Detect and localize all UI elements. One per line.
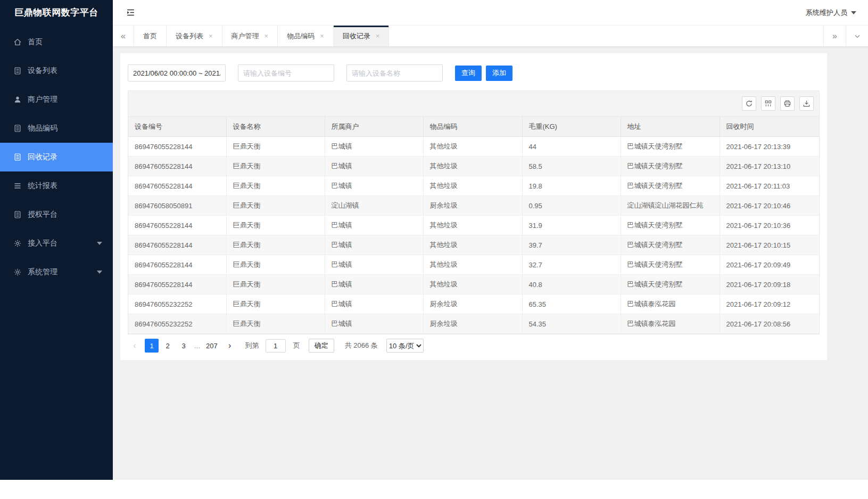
sidebar-item-device-list[interactable]: 设备列表 (0, 56, 113, 85)
table-cell: 其他垃圾 (423, 275, 522, 295)
table-cell: 巨鼎天衡 (226, 235, 325, 255)
tab-close-icon[interactable]: × (264, 32, 269, 40)
next-page-icon[interactable]: › (223, 339, 237, 353)
table-cell: 巴城镇天使湾别墅 (621, 137, 720, 157)
sidebar-item-label: 授权平台 (28, 210, 57, 219)
sidebar-item-recycle-records[interactable]: 回收记录 (0, 143, 113, 171)
prev-page-icon[interactable]: ‹ (128, 339, 142, 353)
tab-close-icon[interactable]: × (320, 32, 324, 40)
page-button-207[interactable]: 207 (204, 339, 220, 353)
table-cell: 其他垃圾 (423, 216, 522, 235)
tabs-strip: 首页设备列表×商户管理×物品编码×回收记录× (134, 26, 389, 46)
table-cell: 巴城镇 (325, 314, 423, 334)
app-title: 巨鼎物联网数字平台 (0, 0, 113, 26)
confirm-page-button[interactable]: 确定 (309, 339, 334, 353)
print-button[interactable] (780, 96, 795, 111)
tab-item-code[interactable]: 物品编码× (278, 26, 334, 46)
column-header: 回收时间 (720, 117, 819, 137)
columns-button[interactable] (761, 96, 775, 111)
export-icon (803, 100, 811, 108)
table-cell: 其他垃圾 (423, 157, 522, 176)
tab-home[interactable]: 首页 (134, 26, 167, 46)
table-cell: 巴城镇 (325, 176, 423, 196)
doc-icon (13, 210, 22, 219)
tab-bar-controls: » (823, 26, 868, 46)
filter-bar: 查询 添加 (120, 53, 827, 91)
table-cell: 2021-06-17 20:13:39 (720, 137, 819, 157)
table-cell: 巴城镇 (325, 295, 423, 314)
sidebar-collapse-button[interactable] (126, 7, 136, 18)
recycle-records-panel: 查询 添加 设备编号设备名称所属商户物品编码毛重(KG)地址回收时间 86947… (120, 53, 827, 360)
tab-merchant[interactable]: 商户管理× (222, 26, 278, 46)
page-button-3[interactable]: 3 (177, 339, 191, 353)
column-header: 所属商户 (325, 117, 423, 137)
table-row: 869476055232252巨鼎天衡巴城镇厨余垃圾65.35巴城镇泰泓花园20… (128, 295, 819, 314)
table-cell: 58.5 (522, 157, 621, 176)
add-button[interactable]: 添加 (486, 66, 512, 81)
doc-icon (13, 153, 22, 161)
chevron-down-icon (851, 11, 856, 14)
table-row: 869476055228144巨鼎天衡巴城镇其他垃圾19.8巴城镇天使湾别墅20… (128, 176, 819, 196)
date-range-input[interactable] (128, 64, 226, 81)
sidebar-item-merchant-management[interactable]: 商户管理 (0, 85, 113, 114)
table-cell: 巴城镇 (325, 157, 423, 176)
sidebar-item-item-code[interactable]: 物品编码 (0, 114, 113, 143)
page-size-select[interactable]: 10 条/页 (386, 339, 424, 353)
total-count-label: 共 2066 条 (345, 341, 378, 350)
export-button[interactable] (799, 96, 814, 111)
user-menu[interactable]: 系统维护人员 (806, 8, 856, 18)
table-row: 869476055228144巨鼎天衡巴城镇其他垃圾58.5巴城镇天使湾别墅20… (128, 157, 819, 176)
table-cell: 淀山湖镇淀山湖花园仁苑 (621, 196, 720, 216)
goto-page-suffix: 页 (293, 341, 300, 350)
table-cell: 2021-06-17 20:11:03 (720, 176, 819, 196)
tab-recycle-records[interactable]: 回收记录× (334, 26, 390, 46)
table-cell: 44 (522, 137, 621, 157)
table-cell: 巴城镇泰泓花园 (621, 295, 720, 314)
table-cell: 869476055228144 (128, 157, 226, 176)
gear-icon (13, 268, 22, 276)
device-name-input[interactable] (346, 64, 443, 81)
chevron-down-icon (97, 271, 102, 274)
doc-icon (13, 67, 22, 75)
table-cell: 2021-06-17 20:09:49 (720, 255, 819, 275)
content-area: 查询 添加 设备编号设备名称所属商户物品编码毛重(KG)地址回收时间 86947… (113, 47, 868, 480)
table-cell: 2021-06-17 20:13:10 (720, 157, 819, 176)
refresh-button[interactable] (742, 96, 756, 111)
page-button-2[interactable]: 2 (161, 339, 175, 353)
page-number-buttons: 123…207 (145, 339, 220, 353)
table-cell: 巨鼎天衡 (226, 314, 325, 334)
table-cell: 其他垃圾 (423, 235, 522, 255)
sidebar-item-system-management[interactable]: 系统管理 (0, 258, 113, 287)
tabs-menu-chevron-icon[interactable] (846, 26, 868, 46)
tabs-scroll-left-icon[interactable]: « (113, 26, 134, 46)
table-cell: 巴城镇天使湾别墅 (621, 216, 720, 235)
sidebar-item-home[interactable]: 首页 (0, 28, 113, 56)
tab-close-icon[interactable]: × (376, 32, 380, 40)
column-header: 设备名称 (226, 117, 325, 137)
tab-device-list[interactable]: 设备列表× (167, 26, 222, 46)
print-icon (783, 100, 791, 108)
sidebar: 巨鼎物联网数字平台 首页设备列表商户管理物品编码回收记录统计报表授权平台接入平台… (0, 0, 113, 480)
table-cell: 巨鼎天衡 (226, 255, 325, 275)
sidebar-item-access-platform[interactable]: 接入平台 (0, 229, 113, 258)
search-button[interactable]: 查询 (455, 66, 482, 81)
columns-icon (764, 100, 772, 108)
tab-close-icon[interactable]: × (209, 32, 213, 40)
page-button-1[interactable]: 1 (145, 339, 159, 353)
table-cell: 54.35 (522, 314, 621, 334)
sidebar-item-authorization-platform[interactable]: 授权平台 (0, 200, 113, 229)
records-table: 设备编号设备名称所属商户物品编码毛重(KG)地址回收时间 86947605522… (128, 116, 819, 334)
table-cell: 巨鼎天衡 (226, 157, 325, 176)
table-cell: 淀山湖镇 (325, 196, 423, 216)
table-cell: 巨鼎天衡 (226, 196, 325, 216)
sidebar-item-label: 回收记录 (28, 152, 57, 162)
home-icon (13, 38, 22, 46)
table-cell: 巴城镇天使湾别墅 (621, 157, 720, 176)
page-ellipsis: … (193, 342, 202, 350)
sidebar-item-statistics-report[interactable]: 统计报表 (0, 171, 113, 200)
main-area: 系统维护人员 « 首页设备列表×商户管理×物品编码×回收记录× » (113, 0, 868, 480)
goto-page-input[interactable] (266, 339, 286, 353)
table-cell: 巴城镇 (325, 275, 423, 295)
tabs-scroll-right-icon[interactable]: » (823, 26, 846, 46)
device-no-input[interactable] (238, 64, 334, 81)
